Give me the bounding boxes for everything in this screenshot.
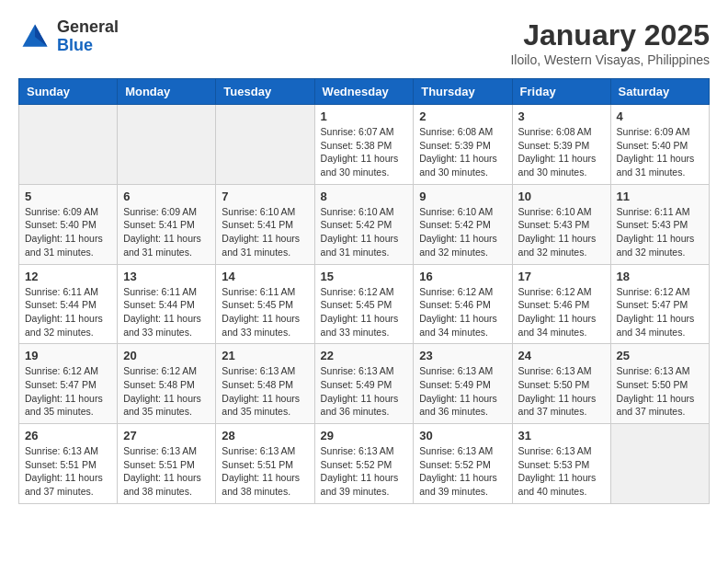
table-row: 9Sunrise: 6:10 AMSunset: 5:42 PMDaylight… <box>414 184 512 264</box>
day-number: 14 <box>222 270 308 283</box>
table-row: 16Sunrise: 6:12 AMSunset: 5:46 PMDayligh… <box>414 264 512 344</box>
day-number: 7 <box>222 190 308 203</box>
col-friday: Friday <box>512 79 610 105</box>
day-number: 21 <box>222 349 308 362</box>
day-info: Sunrise: 6:12 AMSunset: 5:46 PMDaylight:… <box>419 285 506 339</box>
calendar-week-row: 19Sunrise: 6:12 AMSunset: 5:47 PMDayligh… <box>19 344 710 424</box>
day-info: Sunrise: 6:10 AMSunset: 5:41 PMDaylight:… <box>222 205 308 259</box>
day-info: Sunrise: 6:09 AMSunset: 5:41 PMDaylight:… <box>123 205 210 259</box>
day-number: 5 <box>25 190 111 203</box>
day-number: 2 <box>419 109 506 123</box>
calendar-table: Sunday Monday Tuesday Wednesday Thursday… <box>18 78 710 504</box>
day-info: Sunrise: 6:11 AMSunset: 5:44 PMDaylight:… <box>123 285 210 339</box>
table-row: 11Sunrise: 6:11 AMSunset: 5:43 PMDayligh… <box>610 184 709 264</box>
day-info: Sunrise: 6:11 AMSunset: 5:44 PMDaylight:… <box>25 285 111 339</box>
day-number: 30 <box>419 429 506 442</box>
main-title: January 2025 <box>510 18 710 52</box>
table-row: 15Sunrise: 6:12 AMSunset: 5:45 PMDayligh… <box>314 264 414 344</box>
day-info: Sunrise: 6:12 AMSunset: 5:45 PMDaylight:… <box>321 285 408 339</box>
table-row: 22Sunrise: 6:13 AMSunset: 5:49 PMDayligh… <box>314 344 414 424</box>
table-row: 13Sunrise: 6:11 AMSunset: 5:44 PMDayligh… <box>118 264 216 344</box>
day-info: Sunrise: 6:08 AMSunset: 5:39 PMDaylight:… <box>518 125 605 179</box>
col-saturday: Saturday <box>610 79 709 105</box>
table-row <box>19 105 118 185</box>
day-info: Sunrise: 6:12 AMSunset: 5:48 PMDaylight:… <box>123 364 210 419</box>
logo-general-text: General <box>57 18 119 37</box>
table-row: 26Sunrise: 6:13 AMSunset: 5:51 PMDayligh… <box>19 424 118 504</box>
table-row: 3Sunrise: 6:08 AMSunset: 5:39 PMDaylight… <box>512 105 610 185</box>
col-monday: Monday <box>118 79 216 105</box>
day-number: 24 <box>518 349 605 362</box>
table-row: 10Sunrise: 6:10 AMSunset: 5:43 PMDayligh… <box>512 184 610 264</box>
table-row: 7Sunrise: 6:10 AMSunset: 5:41 PMDaylight… <box>216 184 314 264</box>
day-info: Sunrise: 6:13 AMSunset: 5:48 PMDaylight:… <box>222 364 308 419</box>
day-number: 27 <box>123 429 210 442</box>
table-row <box>216 105 314 185</box>
table-row: 2Sunrise: 6:08 AMSunset: 5:39 PMDaylight… <box>414 105 512 185</box>
title-section: January 2025 Iloilo, Western Visayas, Ph… <box>510 18 710 67</box>
calendar-week-row: 26Sunrise: 6:13 AMSunset: 5:51 PMDayligh… <box>19 424 710 504</box>
day-info: Sunrise: 6:12 AMSunset: 5:47 PMDaylight:… <box>617 285 703 339</box>
table-row: 12Sunrise: 6:11 AMSunset: 5:44 PMDayligh… <box>19 264 118 344</box>
day-number: 11 <box>617 190 703 203</box>
table-row <box>610 424 709 504</box>
day-number: 16 <box>419 270 506 283</box>
day-info: Sunrise: 6:11 AMSunset: 5:45 PMDaylight:… <box>222 285 308 339</box>
table-row: 23Sunrise: 6:13 AMSunset: 5:49 PMDayligh… <box>414 344 512 424</box>
day-info: Sunrise: 6:13 AMSunset: 5:52 PMDaylight:… <box>321 444 408 499</box>
table-row: 29Sunrise: 6:13 AMSunset: 5:52 PMDayligh… <box>314 424 414 504</box>
day-info: Sunrise: 6:13 AMSunset: 5:50 PMDaylight:… <box>518 364 605 419</box>
col-sunday: Sunday <box>19 79 118 105</box>
logo-text: General Blue <box>57 18 119 55</box>
day-info: Sunrise: 6:09 AMSunset: 5:40 PMDaylight:… <box>25 205 111 259</box>
day-info: Sunrise: 6:13 AMSunset: 5:52 PMDaylight:… <box>419 444 506 499</box>
day-info: Sunrise: 6:13 AMSunset: 5:50 PMDaylight:… <box>617 364 703 419</box>
day-info: Sunrise: 6:13 AMSunset: 5:49 PMDaylight:… <box>419 364 506 419</box>
calendar-week-row: 12Sunrise: 6:11 AMSunset: 5:44 PMDayligh… <box>19 264 710 344</box>
calendar-header-row: Sunday Monday Tuesday Wednesday Thursday… <box>19 79 710 105</box>
table-row: 17Sunrise: 6:12 AMSunset: 5:46 PMDayligh… <box>512 264 610 344</box>
day-number: 18 <box>617 270 703 283</box>
logo-blue-text: Blue <box>57 37 119 55</box>
table-row: 21Sunrise: 6:13 AMSunset: 5:48 PMDayligh… <box>216 344 314 424</box>
table-row: 8Sunrise: 6:10 AMSunset: 5:42 PMDaylight… <box>314 184 414 264</box>
day-info: Sunrise: 6:13 AMSunset: 5:53 PMDaylight:… <box>518 444 605 499</box>
table-row: 6Sunrise: 6:09 AMSunset: 5:41 PMDaylight… <box>118 184 216 264</box>
day-number: 9 <box>419 190 506 203</box>
day-info: Sunrise: 6:13 AMSunset: 5:51 PMDaylight:… <box>222 444 308 499</box>
table-row: 30Sunrise: 6:13 AMSunset: 5:52 PMDayligh… <box>414 424 512 504</box>
day-info: Sunrise: 6:07 AMSunset: 5:38 PMDaylight:… <box>321 125 408 179</box>
table-row: 20Sunrise: 6:12 AMSunset: 5:48 PMDayligh… <box>118 344 216 424</box>
day-number: 10 <box>518 190 605 203</box>
day-number: 20 <box>123 349 210 362</box>
subtitle: Iloilo, Western Visayas, Philippines <box>510 52 710 67</box>
table-row: 28Sunrise: 6:13 AMSunset: 5:51 PMDayligh… <box>216 424 314 504</box>
day-number: 31 <box>518 429 605 442</box>
page: General Blue January 2025 Iloilo, Wester… <box>0 0 728 513</box>
day-number: 28 <box>222 429 308 442</box>
col-thursday: Thursday <box>414 79 512 105</box>
day-number: 13 <box>123 270 210 283</box>
day-number: 15 <box>321 270 408 283</box>
logo: General Blue <box>18 18 119 55</box>
calendar-week-row: 1Sunrise: 6:07 AMSunset: 5:38 PMDaylight… <box>19 105 710 185</box>
day-number: 8 <box>321 190 408 203</box>
table-row: 24Sunrise: 6:13 AMSunset: 5:50 PMDayligh… <box>512 344 610 424</box>
table-row: 1Sunrise: 6:07 AMSunset: 5:38 PMDaylight… <box>314 105 414 185</box>
table-row: 18Sunrise: 6:12 AMSunset: 5:47 PMDayligh… <box>610 264 709 344</box>
day-info: Sunrise: 6:13 AMSunset: 5:51 PMDaylight:… <box>123 444 210 499</box>
day-info: Sunrise: 6:13 AMSunset: 5:49 PMDaylight:… <box>321 364 408 419</box>
logo-icon <box>18 20 51 53</box>
day-number: 25 <box>617 349 703 362</box>
header: General Blue January 2025 Iloilo, Wester… <box>18 18 710 67</box>
calendar-week-row: 5Sunrise: 6:09 AMSunset: 5:40 PMDaylight… <box>19 184 710 264</box>
table-row: 25Sunrise: 6:13 AMSunset: 5:50 PMDayligh… <box>610 344 709 424</box>
day-number: 12 <box>25 270 111 283</box>
day-info: Sunrise: 6:10 AMSunset: 5:42 PMDaylight:… <box>321 205 408 259</box>
day-number: 6 <box>123 190 210 203</box>
col-wednesday: Wednesday <box>314 79 414 105</box>
day-info: Sunrise: 6:09 AMSunset: 5:40 PMDaylight:… <box>617 125 703 179</box>
day-info: Sunrise: 6:08 AMSunset: 5:39 PMDaylight:… <box>419 125 506 179</box>
table-row: 14Sunrise: 6:11 AMSunset: 5:45 PMDayligh… <box>216 264 314 344</box>
col-tuesday: Tuesday <box>216 79 314 105</box>
